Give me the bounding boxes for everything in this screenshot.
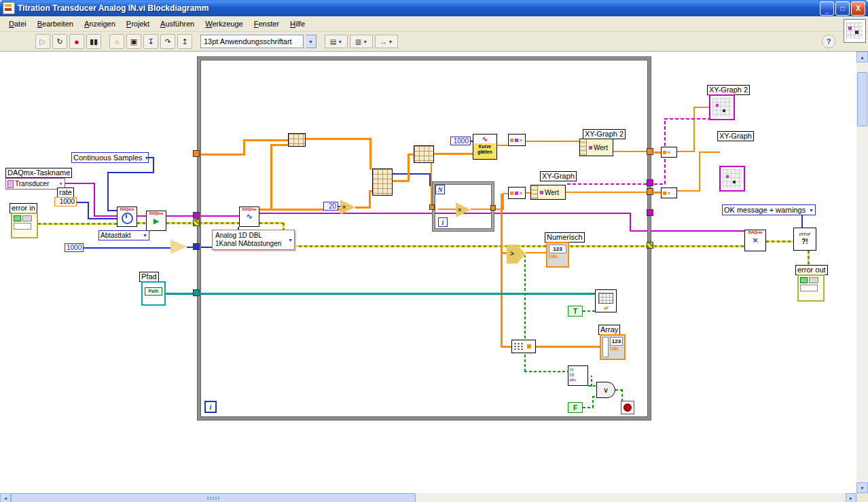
tunnel <box>647 148 653 155</box>
tunnels-layer <box>0 52 856 493</box>
tunnel <box>193 212 200 219</box>
tunnel <box>193 243 200 250</box>
toolbar: ▶ ↻ ● ▮▮ ☼ ▣ ↧ ↷ ↥ 13pt Anwendungsschrif… <box>0 32 868 52</box>
step-out-button[interactable]: ↥ <box>177 34 192 49</box>
tunnel <box>429 204 435 210</box>
vertical-scroll-thumb[interactable] <box>857 72 867 126</box>
title-bar: Titration Transducer Analog IN.vi Blockd… <box>0 0 868 16</box>
run-continuous-button[interactable]: ↻ <box>52 34 67 49</box>
tunnel <box>490 205 496 211</box>
tunnel <box>647 209 653 216</box>
step-into-button[interactable]: ↧ <box>143 34 158 49</box>
align-icon: ▤ <box>330 38 336 46</box>
menu-bearbeiten[interactable]: Bearbeiten <box>33 18 78 29</box>
chevron-down-icon: ▼ <box>388 39 393 44</box>
vertical-scrollbar[interactable]: ▲ ▼ <box>856 52 868 493</box>
vertical-scroll-track[interactable] <box>856 62 868 482</box>
chevron-down-icon: ▼ <box>338 39 342 44</box>
horizontal-scrollbar[interactable]: ◄ ► <box>0 493 856 502</box>
diagram-canvas[interactable]: i Continuous Samples ▼ DAQmx-Taskname Tr… <box>0 52 856 493</box>
resize-icon: ↔ <box>380 38 387 46</box>
highlight-execution-button[interactable]: ☼ <box>109 34 124 49</box>
retain-wire-values-button[interactable]: ▣ <box>126 34 141 49</box>
distribute-objects-button[interactable]: ▥ ▼ <box>350 35 373 48</box>
horizontal-scroll-track[interactable] <box>11 493 846 502</box>
font-selector[interactable]: 13pt Anwendungsschriftart <box>200 35 304 48</box>
menu-projekt[interactable]: Projekt <box>122 18 154 29</box>
menu-bar: Datei Bearbeiten Anzeigen Projekt Ausfüh… <box>0 16 868 32</box>
horizontal-scroll-thumb[interactable] <box>11 493 416 502</box>
tunnel <box>193 289 200 296</box>
tunnel <box>647 242 653 249</box>
scroll-right-button[interactable]: ► <box>846 493 856 502</box>
labview-window: Titration Transducer Analog IN.vi Blockd… <box>0 0 868 502</box>
menu-ausfuehren[interactable]: Ausführen <box>156 18 199 29</box>
scroll-left-button[interactable]: ◄ <box>0 493 11 502</box>
menu-fenster[interactable]: Fenster <box>249 18 284 29</box>
scroll-up-button[interactable]: ▲ <box>856 52 868 62</box>
run-button[interactable]: ▶ <box>35 34 50 49</box>
window-controls: _ □ X <box>820 1 865 16</box>
resize-objects-button[interactable]: ↔ ▼ <box>375 35 398 48</box>
context-help-button[interactable]: ? <box>822 35 835 48</box>
tunnel <box>193 219 200 226</box>
tunnel <box>647 188 653 195</box>
abort-button[interactable]: ● <box>69 34 84 49</box>
tunnel <box>193 150 200 157</box>
grip-icon <box>207 497 219 500</box>
window-title: Titration Transducer Analog IN.vi Blockd… <box>18 3 817 13</box>
menu-anzeigen[interactable]: Anzeigen <box>79 18 120 29</box>
font-selector-arrow-icon[interactable]: ▼ <box>306 35 317 48</box>
scroll-down-button[interactable]: ▼ <box>856 482 868 493</box>
step-over-button[interactable]: ↷ <box>160 34 175 49</box>
menu-hilfe[interactable]: Hilfe <box>285 18 310 29</box>
tunnel <box>647 179 653 186</box>
menu-werkzeuge[interactable]: Werkzeuge <box>200 18 247 29</box>
align-objects-button[interactable]: ▤ ▼ <box>325 35 348 48</box>
minimize-button[interactable]: _ <box>820 1 834 16</box>
app-icon[interactable] <box>3 2 15 14</box>
close-button[interactable]: X <box>851 1 865 16</box>
maximize-button[interactable]: □ <box>835 1 850 16</box>
vi-icon-thumbnail[interactable] <box>844 19 866 43</box>
menu-datei[interactable]: Datei <box>4 18 31 29</box>
distribute-icon: ▥ <box>355 38 361 46</box>
scrollbar-corner <box>856 493 868 502</box>
pause-button[interactable]: ▮▮ <box>86 34 101 49</box>
chevron-down-icon: ▼ <box>363 39 367 44</box>
